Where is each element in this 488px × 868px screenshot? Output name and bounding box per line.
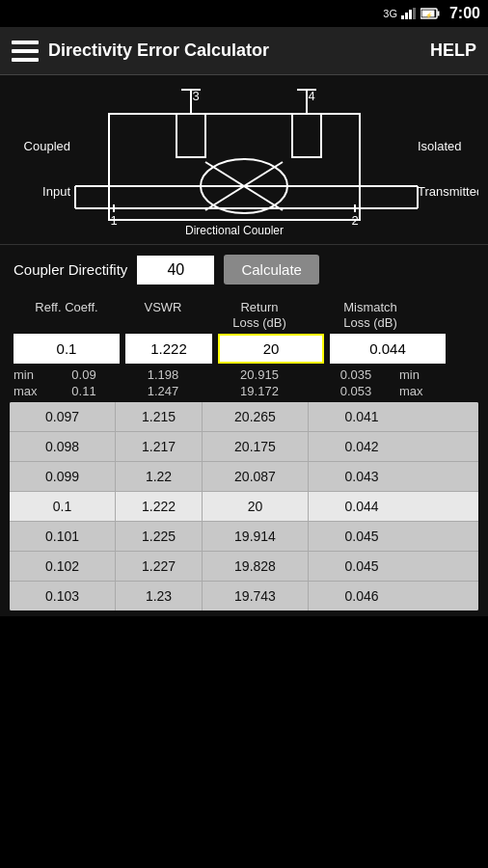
cell-returnloss: 20 [203,492,309,521]
cell-returnloss: 19.914 [203,522,309,551]
header-left: Directivity Error Calculator [12,41,269,62]
signal-icon [401,8,417,19]
min-suffix: min [399,367,438,382]
cell-refcoeff: 0.103 [10,582,116,610]
cell-returnloss: 20.265 [203,402,309,431]
svg-rect-2 [409,10,412,19]
cell-vswr: 1.22 [116,462,203,491]
min-label: min [14,367,48,382]
footer-label: Directional Coupler [185,224,284,234]
max-suffix: max [399,384,438,398]
min-values: 0.09 1.198 20.915 0.035 min [48,367,474,382]
input-label: Input [42,184,70,199]
col-header-refcoeff: Reff. Coeff. [14,300,120,330]
cell-mismatch: 0.046 [309,582,415,610]
max-returnloss: 19.172 [206,384,312,398]
max-values: 0.11 1.247 19.172 0.053 max [48,384,474,398]
column-headers: Reff. Coeff. VSWR ReturnLoss (dB) Mismat… [10,300,478,330]
cell-mismatch: 0.043 [309,462,415,491]
max-mismatch: 0.053 [312,384,399,398]
table-row: 0.103 1.23 19.743 0.046 [10,582,478,610]
cell-returnloss: 19.828 [203,552,309,581]
battery-icon: ⚡ [420,8,440,19]
svg-rect-5 [437,12,439,16]
network-icon: 3G [383,8,397,19]
max-refcoeff: 0.11 [48,384,120,398]
cell-vswr: 1.23 [116,582,203,610]
cell-refcoeff: 0.1 [10,492,116,521]
col-header-returnloss: ReturnLoss (dB) [206,300,312,330]
diagram-svg: 3 4 Coupled Isolated Input Transmitted 1… [10,85,478,234]
refcoeff-input[interactable] [14,334,120,364]
cell-vswr: 1.227 [116,552,203,581]
help-button[interactable]: HELP [430,41,476,61]
coupler-directifity-section: Coupler Directifity Calculate [0,244,488,294]
min-mismatch: 0.035 [312,367,399,382]
cell-returnloss: 19.743 [203,582,309,610]
max-row: max 0.11 1.247 19.172 0.053 max [14,384,474,398]
port4-label: 4 [308,89,314,103]
table-row: 0.1 1.222 20 0.044 [10,492,478,522]
input-values-row [10,334,478,364]
time-display: 7:00 [449,5,480,22]
table-row: 0.099 1.22 20.087 0.043 [10,462,478,492]
menu-icon [12,41,39,62]
min-returnloss: 20.915 [206,367,312,382]
port3-label: 3 [192,89,199,103]
data-table: 0.097 1.215 20.265 0.041 0.098 1.217 20.… [10,402,478,610]
cell-vswr: 1.215 [116,402,203,431]
min-row: min 0.09 1.198 20.915 0.035 min [14,367,474,382]
status-bar: 3G ⚡ 7:00 [0,0,488,27]
max-label: max [14,384,48,398]
transmitted-label: Transmitted [418,184,478,199]
returnloss-input[interactable] [218,334,324,364]
status-icons: 3G ⚡ 7:00 [383,5,480,22]
table-row: 0.102 1.227 19.828 0.045 [10,552,478,582]
coupled-label: Coupled [24,139,70,153]
svg-text:⚡: ⚡ [425,12,433,19]
svg-rect-3 [413,8,416,19]
cell-refcoeff: 0.098 [10,432,116,461]
cell-vswr: 1.217 [116,432,203,461]
cell-vswr: 1.225 [116,522,203,551]
col-header-mismatch: MismatchLoss (dB) [312,300,428,330]
app-title: Directivity Error Calculator [48,41,269,61]
svg-rect-0 [401,15,404,19]
cell-refcoeff: 0.101 [10,522,116,551]
table-row: 0.101 1.225 19.914 0.045 [10,522,478,552]
cell-mismatch: 0.044 [309,492,415,521]
results-table-section: Reff. Coeff. VSWR ReturnLoss (dB) Mismat… [0,294,488,616]
vswr-input[interactable] [125,334,212,364]
col-header-vswr: VSWR [120,300,206,330]
cell-refcoeff: 0.097 [10,402,116,431]
max-vswr: 1.247 [120,384,206,398]
minmax-area: min 0.09 1.198 20.915 0.035 min max 0.11… [10,367,478,398]
cell-returnloss: 20.175 [203,432,309,461]
cell-refcoeff: 0.099 [10,462,116,491]
cell-mismatch: 0.045 [309,552,415,581]
cell-vswr: 1.222 [116,492,203,521]
coupler-label: Coupler Directifity [14,261,127,278]
table-row: 0.098 1.217 20.175 0.042 [10,432,478,462]
mismatch-input[interactable] [330,334,446,364]
min-vswr: 1.198 [120,367,206,382]
cell-returnloss: 20.087 [203,462,309,491]
app-header: Directivity Error Calculator HELP [0,27,488,75]
calculate-button[interactable]: Calculate [224,255,319,285]
coupler-diagram: 3 4 Coupled Isolated Input Transmitted 1… [0,75,488,244]
isolated-label: Isolated [418,139,462,153]
cell-mismatch: 0.042 [309,432,415,461]
table-row: 0.097 1.215 20.265 0.041 [10,402,478,432]
svg-rect-14 [176,114,205,157]
svg-rect-1 [405,13,408,19]
directifity-input[interactable] [137,256,214,285]
min-refcoeff: 0.09 [48,367,120,382]
svg-rect-15 [292,114,321,157]
cell-mismatch: 0.045 [309,522,415,551]
cell-mismatch: 0.041 [309,402,415,431]
cell-refcoeff: 0.102 [10,552,116,581]
svg-line-11 [181,90,191,114]
